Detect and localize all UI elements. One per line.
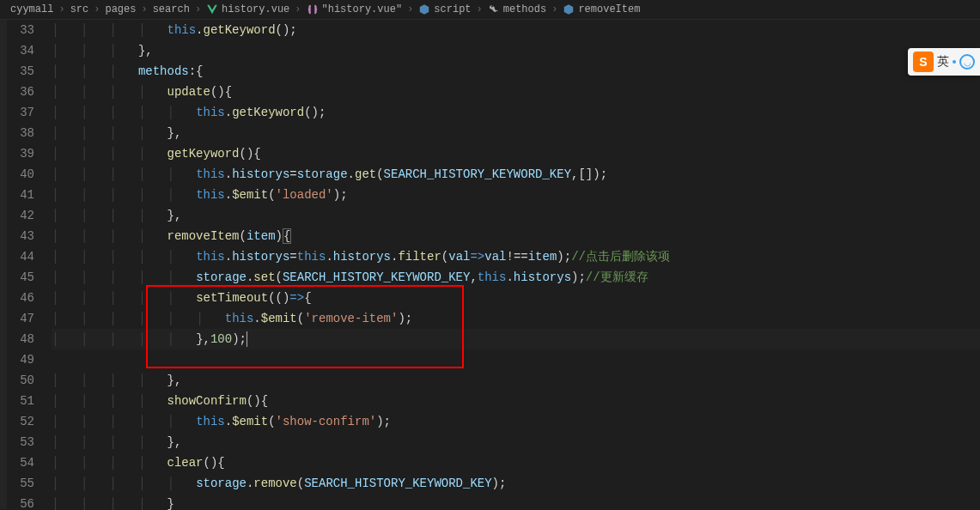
code-line[interactable]: │ │ │ │ │ storage.set(SEARCH_HISTORY_KEY… xyxy=(52,267,980,288)
line-number[interactable]: 54 xyxy=(7,452,52,473)
line-number[interactable]: 51 xyxy=(7,391,52,411)
breadcrumb-label: script xyxy=(434,3,471,15)
breadcrumb-separator-icon: › xyxy=(295,3,301,15)
line-number[interactable]: 45 xyxy=(7,267,52,288)
code-line[interactable]: │ │ │ │ }, xyxy=(52,432,980,452)
breadcrumb-item[interactable]: "history.vue" xyxy=(307,3,403,15)
activity-bar-edge xyxy=(0,20,7,509)
line-number[interactable]: 50 xyxy=(7,370,52,391)
breadcrumb-label: search xyxy=(153,3,190,15)
code-line[interactable]: │ │ │ │ } xyxy=(52,494,980,510)
line-number[interactable]: 46 xyxy=(7,288,52,308)
code-line[interactable]: │ │ │ methods:{ xyxy=(52,61,980,82)
breadcrumb-label: src xyxy=(70,3,89,15)
breadcrumb-label: "history.vue" xyxy=(322,3,403,15)
breadcrumb-item[interactable]: removeItem xyxy=(563,3,640,15)
breadcrumb-separator-icon: › xyxy=(94,3,100,15)
code-line[interactable]: │ │ │ │ │ this.getKeyword(); xyxy=(52,102,980,123)
code-line[interactable]: │ │ │ │ showConfirm(){ xyxy=(52,391,980,411)
breadcrumb-label: methods xyxy=(503,3,546,15)
breadcrumb-separator-icon: › xyxy=(551,3,557,15)
breadcrumb-separator-icon: › xyxy=(407,3,413,15)
breadcrumb-item[interactable]: src xyxy=(70,3,89,15)
line-number[interactable]: 36 xyxy=(7,82,52,102)
code-line[interactable]: │ │ │ │ │ this.historys=storage.get(SEAR… xyxy=(52,164,980,185)
breadcrumb-item[interactable]: pages xyxy=(105,3,136,15)
code-line[interactable]: │ │ │ │ }, xyxy=(52,370,980,391)
code-line[interactable]: │ │ │ │ │ },100); xyxy=(52,329,980,349)
code-line[interactable]: │ │ │ │ this.getKeyword(); xyxy=(52,20,980,40)
breadcrumb-label: pages xyxy=(105,3,136,15)
line-number[interactable]: 56 xyxy=(7,494,52,510)
code-line[interactable]: │ │ │ │ }, xyxy=(52,205,980,226)
line-number[interactable]: 38 xyxy=(7,123,52,143)
line-number[interactable]: 40 xyxy=(7,164,52,185)
breadcrumb-item[interactable]: history.vue xyxy=(206,3,289,15)
line-number[interactable]: 41 xyxy=(7,185,52,205)
line-number[interactable]: 33 xyxy=(7,20,52,40)
line-number[interactable]: 44 xyxy=(7,246,52,267)
line-number[interactable]: 39 xyxy=(7,143,52,164)
cube-icon xyxy=(563,3,575,15)
code-line[interactable]: │ │ │ │ │ storage.remove(SEARCH_HISTORY_… xyxy=(52,473,980,494)
breadcrumb-item[interactable]: search xyxy=(153,3,190,15)
breadcrumb-label: cyymall xyxy=(10,3,53,15)
editor: 3334353637383940414243444546474849505152… xyxy=(0,20,980,509)
code-line[interactable]: │ │ │ │ │ this.$emit('show-confirm'); xyxy=(52,411,980,432)
ime-logo-icon: S xyxy=(913,52,934,72)
line-number[interactable]: 43 xyxy=(7,226,52,246)
wrench-icon xyxy=(488,3,500,15)
breadcrumb: cyymall›src›pages›search›history.vue›"hi… xyxy=(0,0,980,20)
ime-emoji-icon: ◡ xyxy=(959,54,975,70)
code-line[interactable]: │ │ │ │ clear(){ xyxy=(52,452,980,473)
line-number[interactable]: 35 xyxy=(7,61,52,82)
code-line[interactable]: │ │ │ │ │ │ this.$emit('remove-item'); xyxy=(52,308,980,329)
code-line[interactable]: │ │ │ │ getKeyword(){ xyxy=(52,143,980,164)
line-number[interactable]: 37 xyxy=(7,102,52,123)
line-number[interactable]: 49 xyxy=(7,349,52,370)
breadcrumb-separator-icon: › xyxy=(195,3,201,15)
line-number[interactable]: 55 xyxy=(7,473,52,494)
breadcrumb-item[interactable]: script xyxy=(418,3,471,15)
code-line[interactable]: │ │ │ │ }, xyxy=(52,123,980,143)
code-area[interactable]: │ │ │ │ this.getKeyword();│ │ │ },│ │ │ … xyxy=(52,20,980,509)
code-line[interactable]: │ │ │ │ │ setTimeout(()=>{ xyxy=(52,288,980,308)
code-line[interactable]: │ │ │ │ removeItem(item){ xyxy=(52,226,980,246)
ime-widget[interactable]: S 英 ◡ xyxy=(908,48,980,76)
braces-icon xyxy=(307,3,319,15)
ime-dot-icon xyxy=(953,60,956,64)
cube-icon xyxy=(418,3,430,15)
line-number[interactable]: 34 xyxy=(7,40,52,61)
breadcrumb-item[interactable]: methods xyxy=(488,3,546,15)
line-number-gutter[interactable]: 3334353637383940414243444546474849505152… xyxy=(7,20,52,509)
line-number[interactable]: 42 xyxy=(7,205,52,226)
line-number[interactable]: 52 xyxy=(7,411,52,432)
code-line[interactable]: │ │ │ │ │ this.historys=this.historys.fi… xyxy=(52,246,980,267)
breadcrumb-separator-icon: › xyxy=(477,3,483,15)
ime-language-label: 英 xyxy=(937,54,949,70)
line-number[interactable]: 53 xyxy=(7,432,52,452)
breadcrumb-separator-icon: › xyxy=(141,3,147,15)
breadcrumb-item[interactable]: cyymall xyxy=(10,3,53,15)
breadcrumb-separator-icon: › xyxy=(58,3,64,15)
vue-icon xyxy=(206,3,218,15)
breadcrumb-label: removeItem xyxy=(578,3,640,15)
code-line[interactable] xyxy=(52,349,980,370)
breadcrumb-label: history.vue xyxy=(222,3,289,15)
code-line[interactable]: │ │ │ │ update(){ xyxy=(52,82,980,102)
line-number[interactable]: 48 xyxy=(7,329,52,349)
line-number[interactable]: 47 xyxy=(7,308,52,329)
code-line[interactable]: │ │ │ }, xyxy=(52,40,980,61)
code-line[interactable]: │ │ │ │ │ this.$emit('loaded'); xyxy=(52,185,980,205)
